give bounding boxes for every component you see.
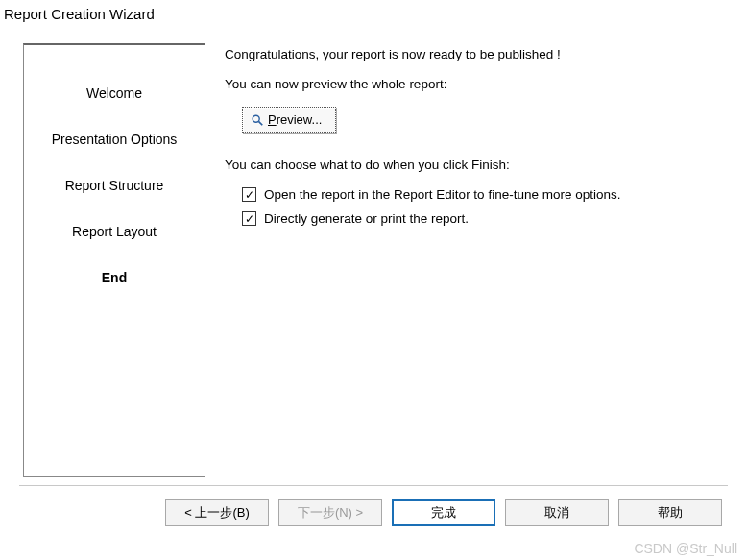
checkbox-generate-print[interactable]: ✓ [242, 211, 256, 226]
svg-point-0 [253, 115, 259, 122]
congrats-text: Congratulations, your report is now read… [225, 47, 716, 61]
finish-intro-text: You can choose what to do when you click… [225, 158, 716, 172]
step-end[interactable]: End [24, 255, 205, 301]
cancel-button[interactable]: 取消 [505, 499, 609, 526]
option-label: Open the report in the Report Editor to … [264, 187, 620, 202]
wizard-button-bar: < 上一步(B) 下一步(N) > 完成 取消 帮助 [0, 486, 747, 526]
wizard-main-panel: Congratulations, your report is now read… [205, 43, 724, 477]
step-presentation-options[interactable]: Presentation Options [24, 116, 205, 162]
magnifier-icon [251, 113, 264, 127]
wizard-body: Welcome Presentation Options Report Stru… [0, 26, 747, 485]
finish-options: ✓ Open the report in the Report Editor t… [242, 187, 716, 226]
window-title: Report Creation Wizard [0, 0, 747, 26]
help-button[interactable]: 帮助 [618, 499, 722, 526]
preview-button[interactable]: Preview... [242, 107, 336, 133]
back-button[interactable]: < 上一步(B) [165, 499, 269, 526]
preview-button-label: Preview... [268, 112, 322, 127]
watermark: CSDN @Str_Null [634, 541, 737, 556]
step-welcome[interactable]: Welcome [24, 70, 205, 116]
next-button: 下一步(N) > [278, 499, 382, 526]
option-open-in-editor: ✓ Open the report in the Report Editor t… [242, 187, 716, 202]
finish-button[interactable]: 完成 [392, 499, 495, 526]
step-report-layout[interactable]: Report Layout [24, 208, 205, 255]
wizard-steps-panel: Welcome Presentation Options Report Stru… [23, 43, 205, 477]
checkbox-open-in-editor[interactable]: ✓ [242, 187, 256, 202]
step-report-structure[interactable]: Report Structure [24, 162, 205, 208]
option-generate-print: ✓ Directly generate or print the report. [242, 211, 716, 226]
option-label: Directly generate or print the report. [264, 211, 469, 226]
svg-line-1 [258, 121, 262, 125]
preview-intro-text: You can now preview the whole report: [225, 77, 716, 91]
